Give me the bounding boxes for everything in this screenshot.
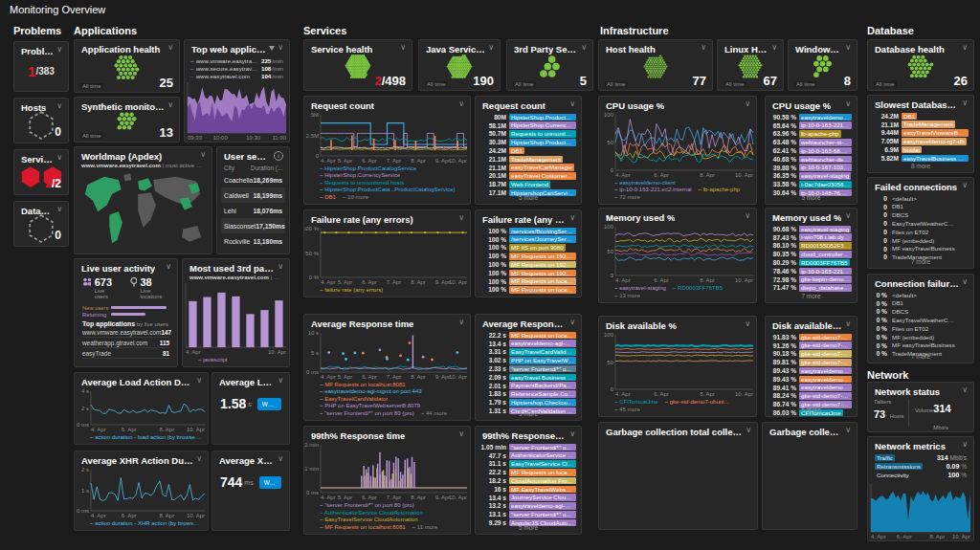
list-item[interactable]: 50.7MRequests to unmonitored hosts [479, 130, 576, 139]
chevron-down-icon[interactable]: ∨ [458, 430, 464, 438]
chevron-down-icon[interactable]: ∨ [56, 46, 62, 54]
tile-cpu-usage-chart[interactable]: CPU usage %∨ 1005004. Apr6. Apr8. Apr10.… [598, 96, 757, 205]
avg-response-chart[interactable]: 10 s5 s0 ms4. Apr5. Apr6. Apr7. Apr8. Ap… [304, 330, 470, 381]
list-item[interactable]: 2.33 s"server Frontend/*" on port 80 pr.… [479, 364, 576, 373]
list-item[interactable]: 88.24 %gke-std-demo7-ubunt... [769, 392, 852, 401]
show-more[interactable]: 7 more [868, 257, 973, 268]
tile-3rd-party-services[interactable]: 3rd Party Services∨ All time5 [506, 39, 593, 91]
table-row[interactable]: Lehi18,076ms [221, 203, 285, 218]
list-item[interactable]: 22.2 sMF Requests on localhost:8081 [479, 331, 576, 340]
list-item[interactable]: 89.43 %easytraveldemo-front... [769, 366, 852, 375]
chevron-down-icon[interactable]: ∨ [166, 263, 171, 271]
chevron-down-icon[interactable]: ∨ [56, 206, 62, 213]
legend-item[interactable]: ~www.easytravel.com104/min [190, 72, 283, 79]
legend-item[interactable]: ~ javascript [198, 357, 228, 364]
list-item[interactable]: easyTrade81 [82, 348, 169, 359]
list-item[interactable]: 33.58 %i-0ac7dae03056bf75b [769, 180, 852, 188]
show-more[interactable]: 5 more [766, 406, 857, 416]
chevron-down-icon[interactable]: ∨ [458, 100, 464, 108]
legend-item[interactable]: ~ action duration - XHR action (by brows… [90, 520, 202, 528]
list-item[interactable]: 87.43 %i-win708.t.lab.dynatr... [769, 233, 852, 242]
list-item[interactable]: 1.05 min"server Frontend/*" on port 80..… [479, 443, 576, 451]
legend-item[interactable]: ~ 13 more [614, 293, 640, 300]
list-item[interactable]: 13.4 seasytraveldemo-agl-mgmt on ... [479, 340, 576, 348]
tile-avg-xhr-action-chart[interactable]: Average XHR Action Duration∨ 2 s1 s0 ms4… [74, 451, 209, 531]
list-item[interactable]: 47.7 sAuthenticatorService Cloud... [479, 451, 576, 460]
list-item[interactable]: 0<default> [872, 194, 969, 203]
list-item[interactable]: 20.1MeasyTravel Customer Frontend [479, 172, 576, 181]
tile-avg-xhr-action-value[interactable]: Average XHR Ac...∨ 744msWeb applicati... [212, 451, 290, 531]
chevron-down-icon[interactable]: ∨ [845, 320, 851, 328]
list-item[interactable]: 16 sMF EasyTravelWebserver:9079 [479, 485, 576, 494]
list-item[interactable]: 0MF easyTravelBusiness [872, 245, 969, 253]
load-action-chart[interactable]: 4 s2 s0 ms4. Apr6. Apr8. Apr10. Apr [75, 388, 208, 433]
legend-item[interactable]: ~ ip-10-0-163-221.ec2.internal [614, 187, 692, 194]
list-item[interactable]: 80.29 %RD0003FF76TB5 [769, 258, 852, 267]
chevron-down-icon[interactable]: ∨ [745, 212, 750, 220]
legend-item[interactable]: ~ 44 more [421, 410, 447, 418]
chevron-down-icon[interactable]: ∨ [167, 44, 173, 52]
tile-gc-total-collection-time[interactable]: Garbage collection total collection time… [598, 422, 758, 530]
list-item[interactable]: 3.31 sEasyTravelCardValidator [479, 348, 576, 357]
list-item[interactable]: 2.09 seasyTravel Business Backend [479, 373, 576, 382]
list-item[interactable]: 0Files on ET02 [872, 228, 969, 236]
show-more[interactable]: 5 more [476, 193, 581, 204]
network-metrics-chart[interactable]: 4. Apr6. Apr8. Apr10. Apr [868, 481, 973, 540]
chevron-down-icon[interactable]: ∨ [458, 319, 464, 326]
legend-item[interactable]: ~ action duration - load action (by brow… [90, 434, 202, 442]
web-application-button[interactable]: Web applicati... [259, 476, 281, 489]
tile-service-health[interactable]: Service health∨ 2/498 [303, 39, 412, 91]
show-more[interactable]: 5 more [476, 409, 581, 420]
chevron-down-icon[interactable]: ∨ [278, 263, 283, 271]
legend-item[interactable]: ~ Requests to unmonitored hosts [320, 180, 404, 187]
list-item[interactable]: 24.2MDB1 [479, 146, 576, 155]
list-item[interactable]: 39.88 %ip-10-0-167-103.ec2.in... [769, 164, 852, 172]
chevron-down-icon[interactable]: ∨ [962, 99, 968, 107]
metric-row[interactable]: Traffic314 Mbit/s [875, 453, 967, 462]
legend-item[interactable]: ~ AuthenticatorService CloudAutomation [320, 510, 423, 517]
tile-memory-used-chart[interactable]: Memory used %∨ 1005004. Apr6. Apr8. Apr1… [598, 208, 757, 303]
list-item[interactable]: 0 %MF (embedded) [872, 333, 969, 341]
list-item[interactable]: 91.83 %gke-std-demo7-ubunt... [769, 333, 852, 341]
list-item[interactable]: 0 %<default> [872, 291, 969, 299]
tile-user-sessions[interactable]: User sessions qu...i CityDuration (... C… [216, 146, 290, 254]
list-item[interactable]: 100 %MF Requests on 192.168.88.140:78 [479, 269, 576, 277]
xhr-action-chart[interactable]: 2 s1 s0 ms4. Apr6. Apr8. Apr10. Apr [75, 467, 208, 519]
list-item[interactable]: 7.05Measytraveldemo-rg7-db [872, 137, 969, 145]
tile-disk-available-chart[interactable]: Disk available %∨ 1005004. Apr6. Apr8. A… [598, 316, 757, 417]
tile-avg-response-chart[interactable]: Average Response time∨ 10 s5 s0 ms4. Apr… [303, 314, 471, 421]
p99-response-chart[interactable]: 2 min1 min0 ms4. Apr5. Apr6. Apr7. Apr8.… [304, 442, 470, 501]
chevron-down-icon[interactable]: ∨ [569, 214, 575, 222]
list-item[interactable]: 90.58 %easytraveldemo-clien... [769, 113, 852, 121]
tile-p99-response-list[interactable]: 99th% Response time∨ 1.05 min"server Fro… [475, 426, 582, 535]
list-item[interactable]: 100 %MF Requests on 192.168.88.140:81 [479, 252, 576, 260]
table-row[interactable]: Coachella18,269ms [221, 172, 285, 187]
tile-java-services[interactable]: Java Services∨ All time190 [418, 39, 501, 91]
list-item[interactable]: 63.48 %weblauncher-st-dem... [769, 138, 852, 146]
list-item[interactable]: 2.01 sPaymentBackend/PaymentRep... [479, 382, 576, 390]
tile-avg-load-action-value[interactable]: Average Load Ac...∨ 1.58sWeb applicati..… [212, 372, 290, 445]
list-item[interactable]: 89.41 %easytraveldemo-back... [769, 384, 852, 392]
tile-memory-used-list[interactable]: Memory used %∨ 90.68 %easytravel-staging… [765, 208, 858, 303]
list-item[interactable]: 63.96 %lb-apache-php [769, 130, 852, 139]
list-item[interactable]: 22.2 sMF Requests on localhost:8081 [479, 468, 576, 476]
list-item[interactable]: 3.02 sPHP on EasyTravelWebserverB... [479, 356, 576, 364]
chevron-down-icon[interactable]: ∨ [771, 44, 777, 52]
list-item[interactable]: 30.3MHipsterShop.ProductCatalogSe... [479, 138, 576, 146]
legend-item[interactable]: ~ MF Requests on localhost:8081 [320, 524, 406, 532]
chevron-down-icon[interactable]: ∨ [745, 320, 750, 328]
legend-item[interactable]: ~ 45 more [614, 407, 640, 414]
list-item[interactable]: 91.26 %gke-std-demo7-ubunt... [769, 341, 852, 350]
list-item[interactable]: 13.2 seasytraveldemo-agl-mgmt o... [479, 502, 576, 511]
web-application-button[interactable]: Web applicati... [257, 398, 281, 410]
chevron-down-icon[interactable]: ∨ [167, 101, 173, 109]
chevron-down-icon[interactable]: ∨ [569, 430, 575, 438]
metric-row[interactable]: Retransmissions0.09 % [875, 462, 967, 471]
show-more[interactable]: 7 more [766, 292, 857, 302]
tile-gc-small[interactable]: Garbage collection to...∨ [762, 422, 858, 530]
list-item[interactable]: 21.1MTradeManagement [872, 121, 969, 129]
legend-item[interactable]: ~ gke-std-demo7-ubunt... [665, 399, 729, 407]
top-web-chart[interactable]: 09:3010:0010:3011:00 [185, 79, 289, 142]
list-item[interactable]: 80.35 %cloud_controller_work... [769, 250, 852, 258]
list-item[interactable]: 18.2 sCloudAutomation Frontend [479, 476, 576, 485]
